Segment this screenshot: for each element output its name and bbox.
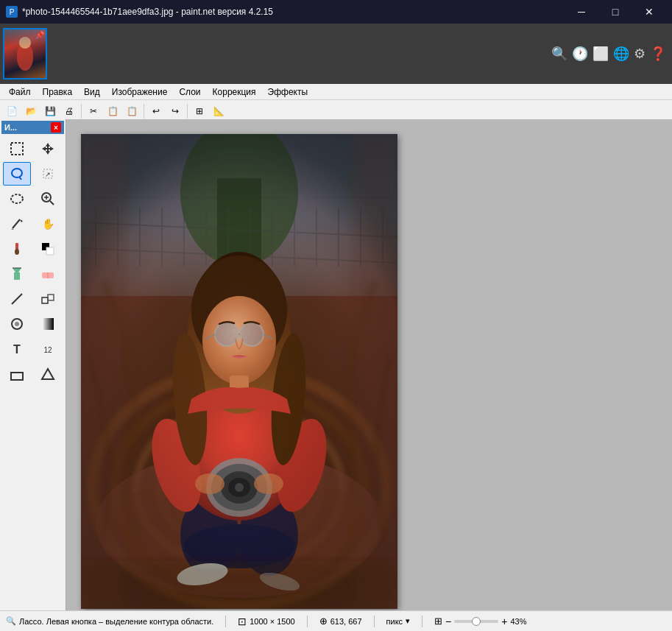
- status-sep-3: [374, 616, 375, 627]
- help-icon[interactable]: ❓: [650, 46, 666, 62]
- tool-text[interactable]: T: [3, 337, 31, 361]
- menu-view[interactable]: Вид: [78, 85, 106, 99]
- svg-line-6: [19, 177, 21, 180]
- tool-pan[interactable]: ✋: [34, 212, 62, 236]
- tool-line[interactable]: [3, 287, 31, 311]
- svg-text:12: 12: [43, 346, 52, 354]
- zoom-out-btn[interactable]: −: [445, 616, 451, 627]
- zoom-slider[interactable]: [454, 620, 498, 623]
- svg-text:P: P: [10, 8, 15, 16]
- print-button[interactable]: 🖨: [60, 102, 78, 120]
- tool-move-select[interactable]: [34, 137, 62, 161]
- svg-rect-28: [48, 295, 54, 300]
- menu-edit[interactable]: Правка: [37, 85, 79, 99]
- zoom-level-text: 43%: [510, 617, 532, 626]
- color-wheel-icon[interactable]: 🌐: [613, 46, 629, 62]
- toolbox-title: И...: [4, 123, 17, 132]
- svg-text:T: T: [13, 343, 21, 356]
- header-right-icons: 🔍 🕐 ⬜ 🌐 ⚙ ❓: [545, 24, 672, 84]
- tool-fill[interactable]: [3, 262, 31, 286]
- svg-rect-92: [353, 134, 397, 609]
- ruler-button[interactable]: 📐: [210, 102, 227, 120]
- svg-point-30: [15, 322, 19, 326]
- svg-line-26: [12, 294, 22, 304]
- tab-thumbnails: 📌: [0, 24, 50, 84]
- svg-rect-2: [11, 143, 23, 155]
- tool-number[interactable]: 12: [34, 337, 62, 361]
- settings-icon[interactable]: ⚙: [634, 46, 646, 62]
- svg-rect-31: [42, 318, 54, 330]
- main-area: И... × ↗: [0, 119, 672, 610]
- svg-rect-91: [81, 134, 125, 609]
- svg-rect-21: [46, 247, 54, 255]
- cut-button[interactable]: ✂: [85, 102, 102, 120]
- redo-button[interactable]: ↪: [166, 102, 184, 120]
- svg-marker-35: [42, 369, 54, 379]
- menu-effects[interactable]: Эффекты: [262, 85, 314, 99]
- thumbnail-tab[interactable]: 📌: [3, 28, 47, 80]
- status-dimensions: ⊡ 1000 × 1500: [238, 616, 294, 627]
- copy-button[interactable]: 📋: [104, 102, 121, 120]
- menu-correction[interactable]: Коррекция: [207, 85, 262, 99]
- slider-thumb[interactable]: [472, 617, 481, 626]
- tool-clone[interactable]: [34, 287, 62, 311]
- paintnet-header: 📌 🔍 🕐 ⬜ 🌐 ⚙ ❓: [0, 24, 672, 84]
- tool-ellipse-select[interactable]: [3, 187, 31, 211]
- slider-track[interactable]: [454, 620, 498, 623]
- toolbox-close-button[interactable]: ×: [51, 122, 61, 133]
- window-controls: ─ □ ✕: [565, 0, 666, 24]
- coords-text: 613, 667: [330, 617, 362, 626]
- paste-button[interactable]: 📋: [123, 102, 141, 120]
- undo-button[interactable]: ↩: [147, 102, 165, 120]
- window-title: *photo-1544465544-1b71aee9dfa3.jpg - pai…: [22, 7, 559, 17]
- status-unit: пикс ▾: [386, 616, 411, 626]
- tool-shape[interactable]: [3, 362, 31, 386]
- tool-color-box[interactable]: [34, 237, 62, 261]
- tool-gradient[interactable]: [34, 312, 62, 336]
- canvas-area[interactable]: [66, 119, 672, 610]
- photo-svg: [81, 134, 397, 609]
- separator-1: [81, 104, 82, 119]
- tool-zoom[interactable]: [34, 187, 62, 211]
- app-icon: P: [6, 6, 18, 18]
- svg-text:↗: ↗: [45, 171, 51, 178]
- close-button[interactable]: ✕: [632, 0, 666, 24]
- menu-layers[interactable]: Слои: [173, 85, 206, 99]
- status-tool-info: 🔍 Лассо. Левая кнопка – выделение контур…: [6, 616, 213, 626]
- svg-rect-94: [81, 561, 397, 609]
- minimize-button[interactable]: ─: [565, 0, 598, 24]
- canvas-image: [81, 134, 397, 609]
- unit-dropdown[interactable]: ▾: [406, 616, 410, 626]
- svg-text:✋: ✋: [41, 218, 54, 230]
- zoom-in-btn[interactable]: +: [501, 616, 507, 627]
- menu-bar: Файл Правка Вид Изображение Слои Коррекц…: [0, 84, 672, 100]
- tool-eraser[interactable]: [34, 262, 62, 286]
- save-button[interactable]: 💾: [41, 102, 59, 120]
- grid-button[interactable]: ⊞: [191, 102, 208, 120]
- svg-rect-34: [11, 373, 23, 380]
- canvas-wrapper: [81, 134, 397, 609]
- svg-point-19: [15, 249, 19, 255]
- dimensions-icon: ⊡: [238, 616, 247, 627]
- status-bar: 🔍 Лассо. Левая кнопка – выделение контур…: [0, 610, 672, 631]
- search-header-icon[interactable]: 🔍: [551, 46, 567, 62]
- status-tool-icon: 🔍: [6, 616, 16, 626]
- tool-lasso-select[interactable]: [3, 162, 31, 186]
- layers-icon[interactable]: ⬜: [593, 46, 609, 62]
- tool-brush[interactable]: [3, 237, 31, 261]
- tool-rect-select[interactable]: [3, 137, 31, 161]
- svg-line-11: [50, 201, 54, 205]
- open-button[interactable]: 📂: [22, 102, 40, 120]
- tool-pencil[interactable]: [3, 212, 31, 236]
- tool-triangle[interactable]: [34, 362, 62, 386]
- maximize-button[interactable]: □: [598, 0, 632, 24]
- tool-move-selected[interactable]: ↗: [34, 162, 62, 186]
- tool-recolor[interactable]: [3, 312, 31, 336]
- pin-icon: 📌: [35, 31, 44, 39]
- menu-image[interactable]: Изображение: [106, 85, 174, 99]
- new-button[interactable]: 📄: [3, 102, 21, 120]
- history-icon[interactable]: 🕐: [572, 46, 588, 62]
- status-sep-2: [307, 616, 308, 627]
- toolbox-grid: ↗ ✋: [1, 135, 64, 387]
- menu-file[interactable]: Файл: [3, 85, 37, 99]
